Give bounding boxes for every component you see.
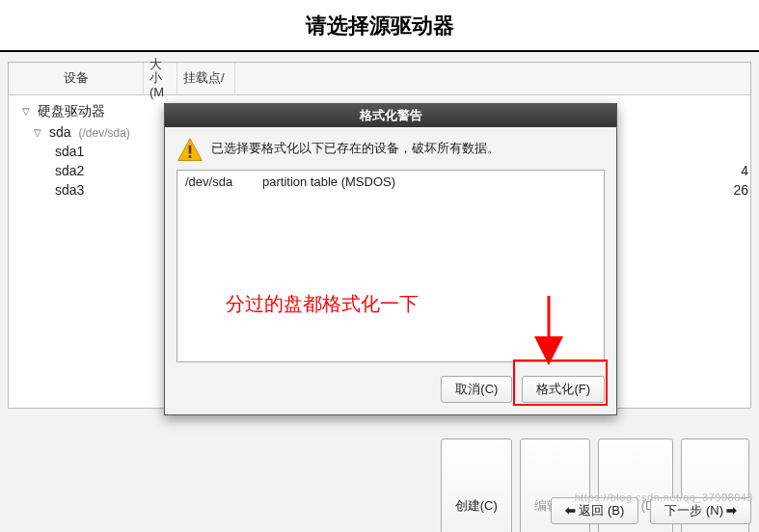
cancel-button[interactable]: 取消(C) xyxy=(441,376,512,403)
next-button[interactable]: 下一步 (N)➡ xyxy=(650,497,751,524)
page-title-bar: 请选择源驱动器 xyxy=(0,0,759,52)
column-size[interactable]: 大小 (M xyxy=(144,63,177,94)
collapse-icon[interactable]: ▽ xyxy=(34,124,49,140)
column-mount[interactable]: 挂载点/ xyxy=(177,63,235,94)
device-listing: /dev/sda partition table (MSDOS) 分过的盘都格式… xyxy=(176,170,605,362)
column-device[interactable]: 设备 xyxy=(9,63,144,94)
nav-actions: ⬅返回 (B) 下一步 (N)➡ xyxy=(551,497,751,524)
arrow-right-icon: ➡ xyxy=(726,503,737,518)
warning-text: 已选择要格式化以下已存在的设备，破坏所有数据。 xyxy=(211,137,500,157)
annotation-arrow-icon xyxy=(525,291,573,368)
table-header: 设备 大小 (M 挂载点/ xyxy=(9,63,750,95)
create-button[interactable]: 创建(C) xyxy=(441,439,512,532)
format-button[interactable]: 格式化(F) xyxy=(522,376,605,403)
back-button[interactable]: ⬅返回 (B) xyxy=(551,497,638,524)
page-title: 请选择源驱动器 xyxy=(0,12,759,40)
annotation-text: 分过的盘都格式化一下 xyxy=(226,291,419,317)
list-item: /dev/sda partition table (MSDOS) xyxy=(185,174,596,189)
svg-rect-2 xyxy=(189,155,192,158)
dialog-title: 格式化警告 xyxy=(165,104,616,127)
arrow-left-icon: ⬅ xyxy=(565,503,576,518)
format-warning-dialog: 格式化警告 已选择要格式化以下已存在的设备，破坏所有数据。 /dev/sda p… xyxy=(164,103,617,415)
collapse-icon[interactable]: ▽ xyxy=(22,103,38,120)
svg-rect-1 xyxy=(189,146,192,154)
warning-icon xyxy=(176,137,203,164)
